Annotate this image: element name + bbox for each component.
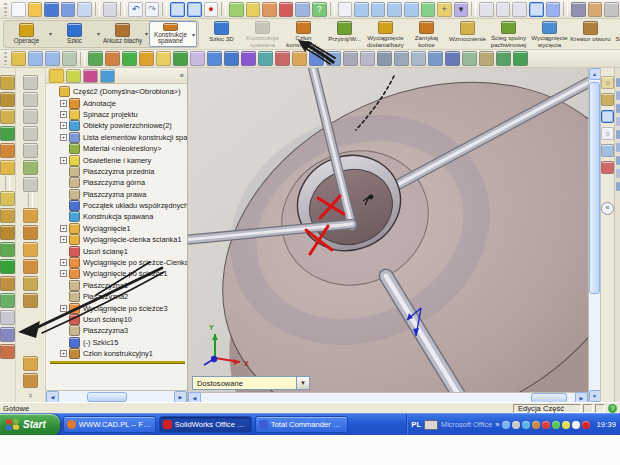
weldment-tool-7-icon[interactable] [23, 177, 38, 192]
tree-item[interactable]: +Lista elementów konstrukcji spawa... [48, 132, 187, 143]
sketch-tool-10-icon[interactable] [173, 51, 188, 66]
expand-icon[interactable]: + [60, 236, 67, 243]
configuration-combo[interactable]: Dostosowane ▼ [192, 376, 310, 390]
view-tool-9-icon[interactable] [616, 182, 620, 191]
appearances-icon[interactable] [601, 161, 614, 174]
open-folder-icon[interactable] [28, 2, 43, 17]
view-tool-1-icon[interactable] [616, 78, 620, 87]
view-tool-4-icon[interactable] [616, 117, 620, 126]
taskbar-app-firefox[interactable]: WWW.CAD.PL -- For... [63, 416, 156, 433]
toolbar-grip[interactable] [4, 52, 7, 65]
scrollbar-thumb[interactable] [589, 82, 600, 294]
expand-icon[interactable]: + [60, 259, 67, 266]
language-indicator[interactable]: PL [411, 420, 421, 429]
start-button[interactable]: Start [0, 414, 60, 436]
shadows-icon[interactable] [571, 2, 586, 17]
tree-item[interactable]: +Wyciągnięcie po ścieżce-Cienka ści... [48, 257, 187, 268]
view-tool-5-icon[interactable] [616, 130, 620, 139]
weldment-tool-11-icon[interactable] [23, 259, 38, 274]
tree-horizontal-scrollbar[interactable]: ◀ ▶ [46, 390, 187, 402]
view-palette-icon[interactable] [601, 144, 614, 157]
weldment-tool-5-icon[interactable] [23, 143, 38, 158]
sketch-tool-22-icon[interactable] [377, 51, 392, 66]
shaded-with-edges-icon[interactable] [529, 2, 544, 17]
view-tool-7-icon[interactable] [616, 156, 620, 165]
weldment-tool-1-icon[interactable] [23, 75, 38, 90]
command-button-przytnij-w-[interactable]: Przytnij/W... [324, 20, 365, 48]
wireframe-icon[interactable] [479, 2, 494, 17]
sketch-tool-8-icon[interactable] [139, 51, 154, 66]
feature-tool-6-icon[interactable] [0, 160, 15, 175]
weldment-tool-15-icon[interactable] [23, 373, 38, 388]
feature-tool-13-icon[interactable] [0, 293, 15, 308]
expand-icon[interactable]: + [60, 305, 67, 312]
expand-icon[interactable]: + [60, 134, 67, 141]
new-document-icon[interactable] [11, 2, 26, 17]
graphics-viewport[interactable]: Y X Dostosowane ▼ ◀ ▶ [188, 68, 588, 402]
tray-update-icon[interactable] [562, 421, 570, 429]
toolbar-grip[interactable] [4, 3, 7, 16]
taskbar-app-solidworks[interactable]: SolidWorks Office Pre... [159, 416, 252, 433]
tree-item[interactable]: Konstrukcja spawana [48, 211, 187, 222]
tree-item[interactable]: Płaszczyzna górna [48, 177, 187, 188]
zoom-in-out-icon[interactable] [387, 2, 402, 17]
command-button-wyci-gni-cie-wyci-cia[interactable]: Wyciągnięcie wycięcia [529, 20, 570, 48]
tray-message-icon[interactable] [572, 421, 580, 429]
command-button-zamykaj-ko-ce[interactable]: Zamykaj końce [406, 20, 447, 48]
command-button--cieg-spoiny-pachwinowej[interactable]: Ścieg spoiny pachwinowej [488, 20, 529, 48]
sketch-tool-23-icon[interactable] [394, 51, 409, 66]
weldment-tool-10-icon[interactable] [23, 242, 38, 257]
tray-antivirus-icon[interactable] [542, 421, 550, 429]
feature-tool-15-icon[interactable] [0, 327, 15, 342]
section-view-icon[interactable] [588, 2, 603, 17]
print-icon[interactable] [103, 2, 118, 17]
shaded-icon[interactable] [546, 2, 561, 17]
featuremanager-tab[interactable] [49, 69, 64, 83]
sketch-tool-24-icon[interactable] [411, 51, 426, 66]
zoom-fit-icon[interactable] [354, 2, 369, 17]
feature-tool-3-icon[interactable] [0, 109, 15, 124]
rotate-view-icon[interactable] [421, 2, 436, 17]
command-button-wzmocnienie[interactable]: Wzmocnienie [447, 20, 488, 48]
chevron-down-icon[interactable]: ▾ [97, 31, 100, 37]
expand-icon[interactable]: + [60, 225, 67, 232]
tree-item[interactable]: Usuń ścianę1 [48, 245, 187, 256]
dimxpert-tab[interactable] [100, 69, 115, 83]
viewport-horizontal-scrollbar[interactable]: ◀ ▶ [188, 392, 588, 402]
feature-tool-8-icon[interactable] [0, 208, 15, 223]
sketch-tool-14-icon[interactable] [241, 51, 256, 66]
sketch-tool-3-icon[interactable] [45, 51, 60, 66]
hidden-lines-removed-icon[interactable] [512, 2, 527, 17]
tray-gg-icon[interactable] [532, 421, 540, 429]
sketch-tool-5-icon[interactable] [88, 51, 103, 66]
feature-tool-5-icon[interactable] [0, 143, 15, 158]
select-icon[interactable] [170, 2, 185, 17]
select-pointer-icon[interactable] [338, 2, 353, 17]
save-all-icon[interactable] [61, 2, 76, 17]
configurationmanager-tab[interactable] [83, 69, 98, 83]
tree-item[interactable]: Usuń ścianę10 [48, 314, 187, 325]
tree-item[interactable]: (-) Szkic15 [48, 337, 187, 348]
publish-edrawings-icon[interactable] [77, 2, 92, 17]
sketch-tool-26-icon[interactable] [445, 51, 460, 66]
sketch-tool-2-icon[interactable] [28, 51, 43, 66]
make-drawing-icon[interactable] [246, 2, 261, 17]
command-button-wyci-gni-cie-dodania-bazy[interactable]: Wyciągnięcie dodania/bazy [365, 20, 406, 48]
tree-item[interactable]: Płaszczyzna przednia [48, 166, 187, 177]
weldment-tool-2-icon[interactable] [23, 92, 38, 107]
command-button-sfazowanie[interactable]: Sfazowanie [611, 20, 620, 48]
color-cube-icon[interactable] [279, 2, 294, 17]
scroll-up-icon[interactable]: ▲ [589, 68, 601, 80]
keyboard-icon[interactable] [424, 420, 438, 430]
sketch-tool-19-icon[interactable] [326, 51, 341, 66]
zoom-area-icon[interactable] [371, 2, 386, 17]
commandmanager-tab-arkusz-blachy[interactable]: Arkusz blachy▾ [101, 21, 149, 47]
tree-item[interactable]: +Wyciągnięcie-cienka ścianka1 [48, 234, 187, 245]
table-grid-icon[interactable] [229, 2, 244, 17]
scroll-right-icon[interactable]: ▶ [174, 391, 187, 403]
chevron-down-icon[interactable]: ▾ [192, 32, 195, 38]
chevron-expand-icon[interactable]: » [495, 420, 499, 429]
feature-tool-14-icon[interactable] [0, 310, 15, 325]
sketch-tool-6-icon[interactable] [105, 51, 120, 66]
feature-tool-12-icon[interactable] [0, 276, 15, 291]
